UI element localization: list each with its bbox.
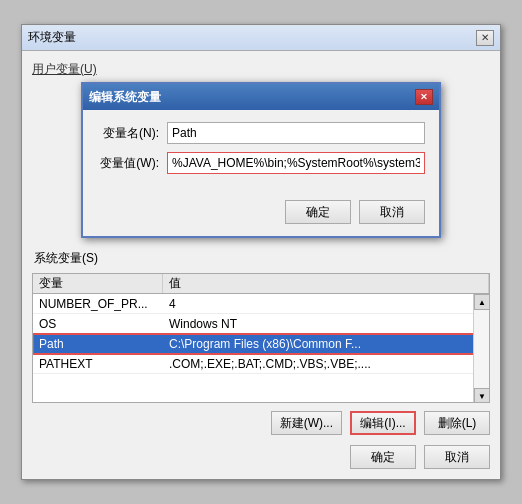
cell-var: Path	[33, 334, 163, 353]
outer-dialog-title: 环境变量	[28, 29, 76, 46]
var-value-row: 变量值(W):	[97, 152, 425, 174]
table-row[interactable]: PATHEXT .COM;.EXE;.BAT;.CMD;.VBS;.VBE;..…	[33, 354, 489, 374]
var-value-label: 变量值(W):	[97, 155, 167, 172]
table-header: 变量 值	[33, 274, 489, 294]
var-name-row: 变量名(N):	[97, 122, 425, 144]
table-body: NUMBER_OF_PR... 4 OS Windows NT Path C:\…	[33, 294, 489, 403]
outer-dialog: 环境变量 ✕ 用户变量(U) 编辑系统变量 ✕ 变量名(N): 变量值(W):	[21, 24, 501, 480]
outer-dialog-titlebar: 环境变量 ✕	[22, 25, 500, 51]
cell-var: NUMBER_OF_PR...	[33, 294, 163, 313]
inner-dialog: 编辑系统变量 ✕ 变量名(N): 变量值(W): 确定 取消	[81, 82, 441, 238]
col-header-var: 变量	[33, 274, 163, 293]
bottom-buttons: 确定 取消	[32, 445, 490, 469]
inner-cancel-button[interactable]: 取消	[359, 200, 425, 224]
table-row[interactable]: OS Windows NT	[33, 314, 489, 334]
delete-button[interactable]: 删除(L)	[424, 411, 490, 435]
inner-close-button[interactable]: ✕	[415, 89, 433, 105]
var-value-input[interactable]	[167, 152, 425, 174]
col-header-val: 值	[163, 274, 489, 293]
scroll-track	[474, 310, 489, 388]
inner-dialog-titlebar: 编辑系统变量 ✕	[83, 84, 439, 110]
table-row-path[interactable]: Path C:\Program Files (x86)\Common F...	[33, 334, 489, 354]
edit-button[interactable]: 编辑(I)...	[350, 411, 416, 435]
cell-val: Windows NT	[163, 314, 489, 333]
cell-val: C:\Program Files (x86)\Common F...	[163, 334, 489, 353]
inner-confirm-button[interactable]: 确定	[285, 200, 351, 224]
cell-val: 4	[163, 294, 489, 313]
cell-var: PATHEXT	[33, 354, 163, 373]
scroll-up-button[interactable]: ▲	[474, 294, 490, 310]
outer-cancel-button[interactable]: 取消	[424, 445, 490, 469]
outer-close-button[interactable]: ✕	[476, 30, 494, 46]
outer-confirm-button[interactable]: 确定	[350, 445, 416, 469]
cell-val: .COM;.EXE;.BAT;.CMD;.VBS;.VBE;....	[163, 354, 489, 373]
outer-content: 用户变量(U) 编辑系统变量 ✕ 变量名(N): 变量值(W):	[22, 51, 500, 479]
inner-dialog-buttons: 确定 取消	[83, 194, 439, 236]
var-name-label: 变量名(N):	[97, 125, 167, 142]
system-vars-table: 变量 值 NUMBER_OF_PR... 4 OS Windows NT	[32, 273, 490, 403]
table-row[interactable]: NUMBER_OF_PR... 4	[33, 294, 489, 314]
user-vars-label: 用户变量(U)	[32, 61, 490, 78]
inner-dialog-title: 编辑系统变量	[89, 89, 161, 106]
scroll-down-button[interactable]: ▼	[474, 388, 490, 403]
cell-var: OS	[33, 314, 163, 333]
new-button[interactable]: 新建(W)...	[271, 411, 342, 435]
inner-form: 变量名(N): 变量值(W):	[83, 110, 439, 194]
action-buttons: 新建(W)... 编辑(I)... 删除(L)	[32, 411, 490, 435]
system-vars-label: 系统变量(S)	[32, 250, 490, 267]
var-name-input[interactable]	[167, 122, 425, 144]
table-scrollbar[interactable]: ▲ ▼	[473, 294, 489, 403]
